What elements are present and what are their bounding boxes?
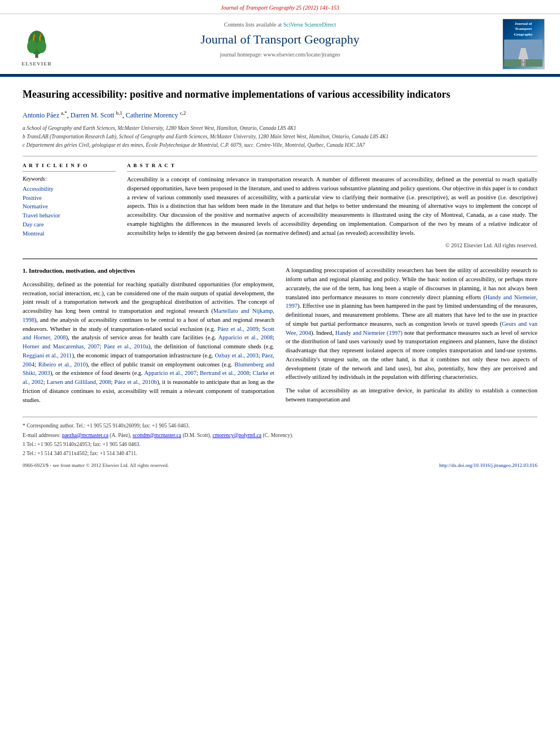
elsevier-label: ELSEVIER — [21, 60, 52, 68]
ref-reggiani[interactable]: Reggiani et al., 2011 — [23, 352, 72, 359]
copyright-line: © 2012 Elsevier Ltd. All rights reserved… — [127, 242, 537, 250]
authors-line: Antonio Páez a,*, Darren M. Scott b,1, C… — [23, 110, 537, 120]
body-col1-para1: Accessibility, defined as the potential … — [23, 280, 274, 405]
ref-ozbay[interactable]: Ozbay et al., 2003 — [215, 352, 259, 359]
affiliation-c: c Département des géries Civil, géologiq… — [23, 142, 537, 149]
svg-point-3 — [37, 40, 46, 53]
cover-scene-icon — [504, 40, 542, 67]
body-col2-para1: A longstanding preoccupation of accessib… — [286, 266, 537, 382]
svg-rect-4 — [33, 37, 34, 41]
journal-citation: Journal of Transport Geography 25 (2012)… — [221, 5, 339, 11]
author-paez[interactable]: Antonio Páez — [23, 111, 59, 119]
cover-image — [504, 40, 542, 67]
header-center: Contents lists available at SciVerse Sci… — [62, 19, 498, 69]
sciverse-link[interactable]: SciVerse ScienceDirect — [283, 21, 336, 28]
ref-larsen[interactable]: Larsen and Gilliland, 2008 — [47, 379, 111, 385]
ref-apparicio2008[interactable]: Apparicio et al., 2008 — [218, 334, 273, 340]
ref-horner2007[interactable]: Horner and Mascarenhas, 2007 — [23, 343, 100, 350]
abstract-label: A B S T R A C T — [127, 162, 537, 172]
keyword-daycare[interactable]: Day care — [23, 221, 116, 229]
top-bar: Journal of Transport Geography 25 (2012)… — [0, 0, 560, 14]
body-col-left: 1. Introduction, motivation, and objecti… — [23, 266, 274, 409]
cover-box: Journal ofTransportGeography — [502, 19, 545, 69]
cover-title: Journal ofTransportGeography — [514, 21, 532, 37]
email-scott[interactable]: scottdm@mcmaster.ca — [133, 433, 181, 438]
ref-geurs[interactable]: Geurs and van Wee, 2004 — [286, 321, 537, 336]
sciverse-line: Contents lists available at SciVerse Sci… — [68, 21, 492, 29]
elsevier-tree-icon — [20, 28, 54, 59]
meta-divider — [23, 156, 537, 156]
ref-paez2010b[interactable]: Páez et al., 2010b — [115, 379, 158, 385]
article-info-label: A R T I C L E I N F O — [23, 162, 116, 172]
ref-paez2009[interactable]: Páez et al., 2009 — [217, 326, 259, 332]
keyword-normative[interactable]: Normative — [23, 203, 116, 211]
affiliations: a School of Geography and Earth Sciences… — [23, 125, 537, 150]
footer-note2: 2 Tel.: +1 514 340 4711x4502; fax: +1 51… — [23, 449, 537, 457]
header-cover: Journal ofTransportGeography — [498, 19, 549, 69]
author-morency[interactable]: Catherine Morency — [126, 111, 178, 119]
affiliation-b: b TransLAB (Transportation Research Lab)… — [23, 133, 537, 141]
ref-apparicio2007[interactable]: Apparicio et al., 2007 — [144, 370, 196, 376]
ref-handy1997[interactable]: Handy and Niemeier, 1997 — [286, 294, 537, 309]
article-info-column: A R T I C L E I N F O Keywords: Accessib… — [23, 162, 116, 250]
body-col-right: A longstanding preoccupation of accessib… — [286, 266, 537, 409]
keyword-montreal[interactable]: Montreal — [23, 230, 116, 238]
elsevier-logo: ELSEVIER — [11, 19, 62, 69]
footer-issn: 0966-6923/$ - see front matter © 2012 El… — [23, 462, 169, 470]
affiliation-a: a School of Geography and Earth Sciences… — [23, 125, 537, 132]
ref-martellato[interactable]: Martellato and Nijkamp, 1998 — [23, 308, 274, 323]
author-scott[interactable]: Darren M. Scott — [71, 111, 115, 119]
body-col2-para2: The value of accessibility as an integra… — [286, 386, 537, 404]
footer-bottom: 0966-6923/$ - see front matter © 2012 El… — [23, 462, 537, 470]
article-meta-row: A R T I C L E I N F O Keywords: Accessib… — [23, 162, 537, 250]
footer-note1: 1 Tel.: +1 905 525 9140x24953; fax: +1 9… — [23, 440, 537, 448]
abstract-text: Accessibility is a concept of continuing… — [127, 175, 537, 237]
footer-notes: * Corresponding author. Tel.: +1 905 525… — [23, 417, 537, 470]
keyword-travel[interactable]: Travel behavior — [23, 212, 116, 220]
email-morency[interactable]: cmorency@polymtl.ca — [212, 433, 261, 438]
svg-point-2 — [27, 40, 37, 53]
email-paez[interactable]: paezha@mcmaster.ca — [62, 433, 108, 438]
footer-doi[interactable]: http://dx.doi.org/10.1016/j.jtrangeo.201… — [439, 462, 537, 470]
journal-title: Journal of Transport Geography — [68, 31, 492, 49]
ref-paez2010a[interactable]: Páez et al., 2010a — [104, 343, 148, 350]
body-columns: 1. Introduction, motivation, and objecti… — [23, 266, 537, 409]
section1-title: 1. Introduction, motivation, and objecti… — [23, 266, 274, 276]
article-title: Measuring accessibility: positive and no… — [23, 88, 537, 101]
body-divider — [23, 259, 537, 259]
homepage-line: journal homepage: www.elsevier.com/locat… — [68, 51, 492, 59]
ref-ribeiro[interactable]: Ribeiro et al., 2010 — [38, 361, 86, 368]
footer-email: E-mail addresses: paezha@mcmaster.ca (A.… — [23, 431, 537, 439]
keyword-accessibility[interactable]: Accessibility — [23, 185, 116, 194]
header-area: ELSEVIER Contents lists available at Sci… — [0, 14, 560, 75]
keywords-label: Keywords: — [23, 175, 116, 183]
page-wrapper: Journal of Transport Geography 25 (2012)… — [0, 0, 560, 481]
ref-bertrand[interactable]: Bertrand et al., 2008 — [200, 370, 249, 376]
footer-corresponding: * Corresponding author. Tel.: +1 905 525… — [23, 422, 537, 430]
abstract-column: A B S T R A C T Accessibility is a conce… — [127, 162, 537, 250]
svg-rect-5 — [39, 37, 41, 41]
ref-handy1997b[interactable]: Handy and Niemeier (1997) — [335, 330, 403, 336]
article-content: Measuring accessibility: positive and no… — [0, 77, 560, 480]
keyword-positive[interactable]: Positive — [23, 194, 116, 203]
